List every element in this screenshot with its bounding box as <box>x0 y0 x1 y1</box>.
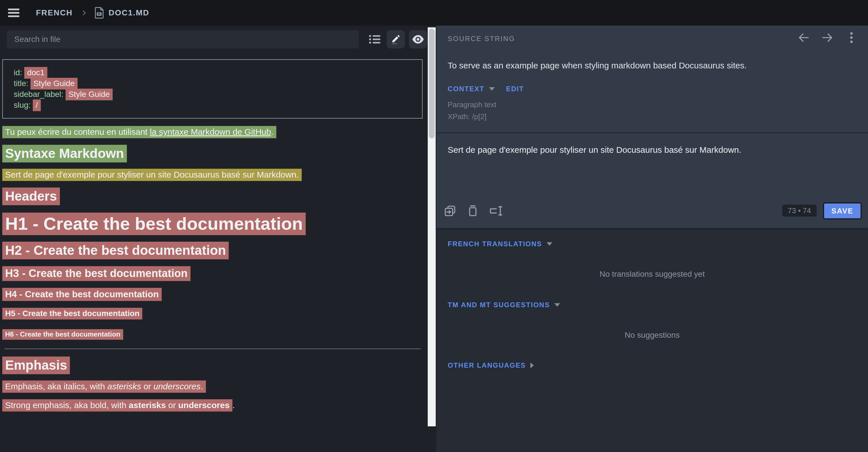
inline-italic: underscores <box>153 382 200 391</box>
frontmatter-value-string[interactable]: / <box>33 99 41 111</box>
string-navigation <box>796 30 859 45</box>
frontmatter-line: slug: / <box>14 100 422 110</box>
translatable-string[interactable]: H3 - Create the best documentation <box>2 266 190 281</box>
context-xpath: XPath: /p[2] <box>448 112 487 121</box>
hamburger-menu-icon[interactable] <box>8 8 20 17</box>
inline-bold: underscores <box>178 400 229 410</box>
kebab-menu-icon <box>850 31 853 44</box>
arrow-left-icon <box>797 31 810 44</box>
save-button[interactable]: SAVE <box>823 202 862 220</box>
section-label[interactable]: OTHER LANGUAGES <box>448 361 526 369</box>
breadcrumb-file[interactable]: DOC1.MD <box>108 8 149 18</box>
breadcrumb-project[interactable]: FRENCH <box>36 8 73 18</box>
translatable-string[interactable]: Sert de page d'exemple pour styliser un … <box>2 169 302 181</box>
section-tm-mt-suggestions[interactable]: TM AND MT SUGGESTIONS <box>448 301 560 309</box>
source-string-card: SOURCE STRING To serve as an example pag… <box>436 26 868 228</box>
section-label[interactable]: FRENCH TRANSLATIONS <box>448 240 542 248</box>
doc-block-p: Strong emphasis, aka bold, with asterisk… <box>2 400 428 411</box>
translations-empty-state: No translations suggested yet <box>436 269 868 279</box>
pencil-icon <box>391 34 401 44</box>
frontmatter-key: sidebar_label: <box>14 90 66 99</box>
trash-icon <box>468 205 478 217</box>
top-bar: FRENCH M↓ DOC1.MD <box>0 0 868 26</box>
document-blocks: Tu peux écrire du contenu en utilisant l… <box>2 127 428 411</box>
doc-block-h2: Headers <box>2 188 428 204</box>
eye-icon <box>412 35 424 44</box>
inline-text: Tu peux écrire du contenu en utilisant <box>5 127 150 136</box>
frontmatter-key: slug: <box>14 101 33 109</box>
chevron-down-icon <box>554 303 560 306</box>
insert-source-button[interactable] <box>443 204 457 218</box>
frontmatter-key: title: <box>14 79 31 88</box>
search-input[interactable] <box>7 30 359 49</box>
doc-block-h2: Syntaxe Markdown <box>2 146 428 161</box>
section-label[interactable]: TM AND MT SUGGESTIONS <box>448 301 550 309</box>
doc-block-h2: Emphasis <box>2 357 428 373</box>
translatable-string[interactable]: Headers <box>2 188 60 205</box>
doc-block-h2: H2 - Create the best documentation <box>2 242 428 258</box>
inline-italic: asterisks <box>107 382 141 391</box>
svg-text:M↓: M↓ <box>98 12 102 16</box>
translation-editor[interactable]: Sert de page d'exemple pour styliser un … <box>448 144 847 156</box>
translatable-string[interactable]: H1 - Create the best documentation <box>2 213 306 235</box>
search-row <box>0 26 436 53</box>
section-other-languages[interactable]: OTHER LANGUAGES <box>448 361 534 369</box>
translatable-string[interactable]: H5 - Create the best documentation <box>2 308 142 320</box>
inline-text: Strong emphasis, aka bold, with <box>5 400 129 410</box>
source-text: To serve as an example page when styling… <box>448 60 847 71</box>
frontmatter-line: sidebar_label: Style Guide <box>14 89 422 100</box>
editor-toolbar: 73 • 74 SAVE <box>436 202 868 222</box>
translatable-string[interactable]: Syntaxe Markdown <box>2 145 127 162</box>
context-toggle[interactable]: CONTEXT <box>448 85 485 93</box>
frontmatter-value-string[interactable]: Style Guide <box>31 78 78 90</box>
translatable-string[interactable]: H4 - Create the best documentation <box>2 288 162 301</box>
file-preview-panel: id: doc1title: Style Guidesidebar_label:… <box>0 26 436 452</box>
translatable-string[interactable]: Tu peux écrire du contenu en utilisant l… <box>2 126 276 138</box>
delete-translation-button[interactable] <box>466 204 479 218</box>
trailing-text: . <box>232 400 235 410</box>
markdown-file-icon: M↓ <box>94 7 104 19</box>
section-french-translations[interactable]: FRENCH TRANSLATIONS <box>448 240 552 248</box>
doc-block-p: Tu peux écrire du contenu en utilisant l… <box>2 127 428 137</box>
card-title: SOURCE STRING <box>448 35 515 43</box>
vertical-scrollbar[interactable] <box>428 27 436 426</box>
previous-string-button[interactable] <box>796 30 811 45</box>
arrow-right-icon <box>821 31 834 44</box>
inline-text: or <box>141 382 153 391</box>
chevron-down-icon <box>547 242 552 246</box>
translatable-string[interactable]: Strong emphasis, aka bold, with asterisk… <box>2 399 232 412</box>
translatable-string[interactable]: H6 - Create the best documentation <box>2 329 123 340</box>
inline-link: la syntaxe Markdown de GitHub <box>150 127 271 136</box>
list-view-button[interactable] <box>366 30 384 49</box>
doc-block-h3: H3 - Create the best documentation <box>2 267 428 280</box>
preview-mode-button[interactable] <box>409 30 427 49</box>
breadcrumb-chevron-icon <box>81 9 88 16</box>
scrollbar-thumb[interactable] <box>429 29 435 138</box>
translatable-string[interactable]: H2 - Create the best documentation <box>2 242 229 259</box>
inline-text: or <box>166 400 178 410</box>
frontmatter-key: id: <box>14 68 24 77</box>
doc-block-h5: H5 - Create the best documentation <box>2 308 428 319</box>
frontmatter-value-string[interactable]: Style Guide <box>66 89 113 100</box>
translation-tool-app: { "colors": { "accent_blue": "#5f8cf0", … <box>0 0 868 452</box>
frontmatter-value-string[interactable]: doc1 <box>24 67 47 79</box>
next-string-button[interactable] <box>820 30 835 45</box>
translatable-string[interactable]: Emphasis <box>2 357 70 374</box>
text-field-cursor-icon <box>489 205 502 217</box>
horizontal-rule <box>5 349 421 349</box>
edit-mode-button[interactable] <box>387 30 405 49</box>
frontmatter-box: id: doc1title: Style Guidesidebar_label:… <box>2 59 423 119</box>
chevron-down-icon <box>489 87 495 91</box>
character-count-badge: 73 • 74 <box>782 205 817 217</box>
inline-text: Emphasis, aka italics, with <box>5 382 107 391</box>
frontmatter-line: title: Style Guide <box>14 78 422 89</box>
more-options-button[interactable] <box>844 30 859 45</box>
insert-placeholder-button[interactable] <box>489 204 502 218</box>
chevron-right-icon <box>530 362 534 368</box>
suggestions-empty-state: No suggestions <box>436 331 868 340</box>
doc-block-h1: H1 - Create the best documentation <box>2 213 428 234</box>
translatable-string[interactable]: Emphasis, aka italics, with asterisks or… <box>2 381 206 393</box>
list-icon <box>368 34 381 44</box>
edit-context-button[interactable]: EDIT <box>506 85 524 93</box>
inline-bold: asterisks <box>129 400 166 410</box>
